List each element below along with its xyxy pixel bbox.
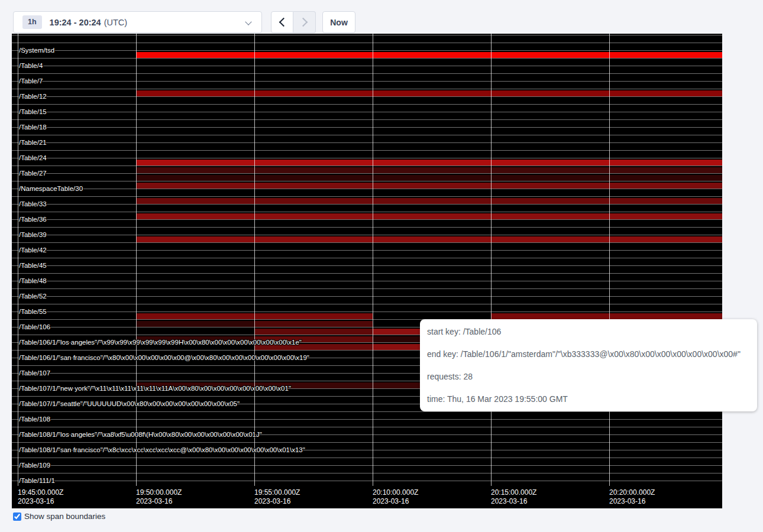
span-boundary-line	[12, 427, 722, 427]
span-boundary-line	[12, 89, 722, 89]
chevron-left-icon	[279, 18, 288, 27]
span-boundary-line	[12, 481, 722, 481]
span-boundary-line	[12, 173, 722, 174]
key-row-label: /Table/107/1/"seattle"/"UUUUUUD\x00\x80\…	[19, 400, 240, 408]
span-boundary-line	[12, 181, 722, 181]
span-boundary-line	[12, 419, 722, 420]
x-axis-tick-date: 2023-03-16	[491, 497, 536, 506]
time-range-timezone: (UTC)	[104, 18, 127, 27]
span-boundary-line	[12, 204, 722, 205]
span-boundary-line	[12, 158, 722, 158]
key-row-label: /Table/21	[19, 139, 47, 147]
key-row-label: /Table/52	[19, 293, 47, 300]
x-axis-tick: 20:10:00.000Z2023-03-16	[373, 488, 418, 506]
span-boundary-line	[12, 58, 722, 59]
x-axis-tick-date: 2023-03-16	[609, 497, 655, 506]
span-boundary-line	[12, 258, 722, 258]
key-row-label: /Table/106/1/"los angeles"/"\x99\x99\x99…	[19, 339, 302, 346]
tooltip-start-key: start key: /Table/106	[427, 320, 757, 343]
span-boundary-line	[12, 119, 722, 120]
span-boundary-line	[12, 35, 722, 35]
span-boundary-line	[12, 104, 722, 105]
time-column-line	[491, 34, 492, 486]
heat-band	[491, 313, 722, 319]
span-boundary-line	[12, 458, 722, 458]
keyvis-canvas[interactable]: /System/tsd/Table/4/Table/7/Table/12/Tab…	[12, 34, 722, 508]
span-boundary-line	[12, 273, 722, 274]
span-boundaries-control: Show span boundaries	[13, 512, 105, 521]
span-boundary-line	[12, 142, 722, 143]
tooltip-time: time: Thu, 16 Mar 2023 19:55:00 GMT	[427, 388, 757, 410]
span-boundary-line	[12, 296, 722, 297]
span-boundary-line	[12, 127, 722, 128]
heat-band	[136, 321, 254, 327]
heat-band	[136, 183, 722, 189]
key-row-label: /Table/106/1/"san francisco"/"\x80\x00\x…	[19, 354, 309, 362]
chevron-right-icon	[299, 18, 308, 27]
key-row-label: /Table/12	[19, 93, 47, 100]
time-range-label: 19:24 - 20:24	[50, 18, 101, 27]
key-row-label: /NamespaceTable/30	[19, 185, 83, 193]
span-boundary-line	[12, 66, 722, 66]
span-boundary-line	[12, 81, 722, 82]
heat-band	[254, 329, 373, 335]
span-boundary-line	[12, 465, 722, 466]
next-time-button-disabled[interactable]	[293, 11, 316, 33]
span-boundary-line	[12, 242, 722, 243]
time-column-line	[136, 34, 137, 486]
span-boundary-line	[12, 150, 722, 151]
span-boundary-line	[12, 212, 722, 212]
key-row-label: /Table/7	[19, 77, 43, 85]
time-column-line	[254, 34, 255, 486]
span-boundary-line	[12, 304, 722, 304]
chevron-down-icon	[245, 18, 251, 25]
span-boundary-line	[12, 135, 722, 135]
x-axis-tick: 19:45:00.000Z2023-03-16	[18, 488, 63, 506]
heat-band	[254, 321, 373, 327]
key-row-label: /Table/108/1/"los angeles"/"\xa8\xf5\u00…	[19, 431, 262, 439]
x-axis-tick-date: 2023-03-16	[18, 497, 63, 506]
x-axis-tick-date: 2023-03-16	[373, 497, 418, 506]
key-row-label: /Table/108/1/"san francisco"/"\x8c\xcc\x…	[19, 446, 305, 454]
x-axis-tick: 19:55:00.000Z2023-03-16	[254, 488, 300, 506]
x-axis-tick-time: 19:55:00.000Z	[254, 488, 300, 497]
key-row-label: /Table/4	[19, 62, 43, 70]
span-boundary-line	[12, 288, 722, 289]
key-row-label: /Table/109	[19, 462, 50, 469]
span-boundary-line	[12, 166, 722, 166]
key-row-label: /Table/18	[19, 124, 47, 131]
span-boundary-line	[12, 411, 722, 412]
key-row-label: /Table/45	[19, 262, 47, 270]
now-button[interactable]: Now	[322, 11, 355, 33]
span-boundary-line	[12, 189, 722, 189]
span-boundary-line	[12, 112, 722, 112]
prev-time-button[interactable]	[271, 11, 293, 33]
x-axis-tick-time: 19:50:00.000Z	[136, 488, 182, 497]
key-row-label: /Table/39	[19, 231, 47, 239]
heat-band	[136, 90, 722, 96]
tooltip-end-key: end key: /Table/106/1/"amsterdam"/"\xb33…	[427, 343, 757, 365]
time-nav-group	[271, 11, 316, 33]
heat-band	[136, 160, 722, 166]
span-boundary-line	[12, 219, 722, 220]
heat-band	[136, 175, 722, 181]
time-column-line	[609, 34, 610, 486]
time-column-line	[373, 34, 373, 486]
span-boundary-line	[12, 442, 722, 443]
span-boundary-line	[12, 250, 722, 251]
x-axis-tick-date: 2023-03-16	[136, 497, 182, 506]
key-row-label: /Table/36	[19, 216, 47, 223]
time-range-preset-badge: 1h	[22, 15, 42, 29]
key-row-label: /Table/106	[19, 323, 50, 331]
x-axis-tick-time: 20:10:00.000Z	[373, 488, 418, 497]
show-span-boundaries-checkbox[interactable]	[13, 512, 21, 521]
span-boundary-line	[12, 227, 722, 228]
span-boundary-line	[12, 196, 722, 197]
key-row-label: /Table/24	[19, 154, 47, 162]
heat-band	[136, 52, 722, 58]
span-boundary-line	[12, 281, 722, 281]
time-range-selector[interactable]: 1h 19:24 - 20:24 (UTC)	[13, 11, 262, 33]
key-row-label: /Table/55	[19, 308, 47, 316]
key-row-label: /Table/107/1/"new york"/"\x11\x11\x11\x1…	[19, 385, 291, 392]
x-axis-tick-time: 20:20:00.000Z	[609, 488, 655, 497]
